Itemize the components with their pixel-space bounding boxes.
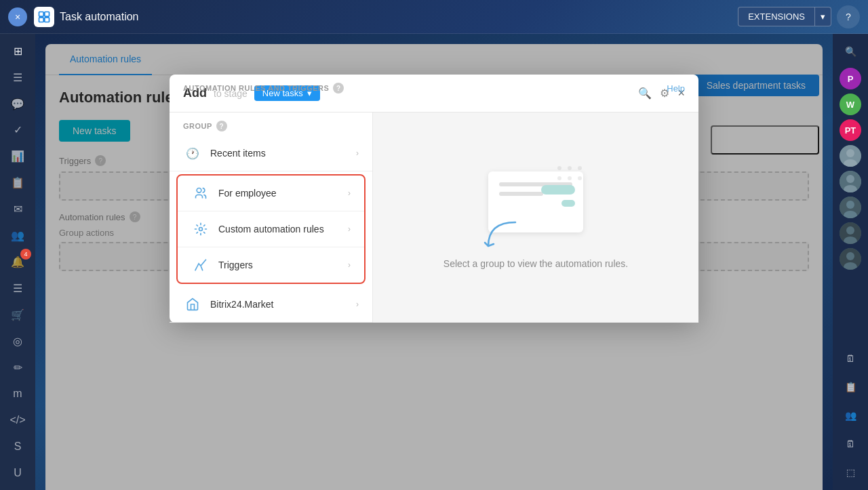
content-area: Automation rules Automation rules & New … (35, 34, 833, 490)
help-icon[interactable]: ? (837, 5, 860, 28)
sidebar-icon-u[interactable]: U (5, 461, 30, 485)
doc-line-2 (499, 192, 543, 196)
sidebar-bottom-icon-2[interactable]: 📋 (838, 375, 863, 399)
sidebar-notifications-wrap: 🔔 4 (5, 250, 30, 274)
main-layout: ⊞ ☰ 💬 ✓ 📊 📋 ✉ 👥 🔔 4 ☰ 🛒 ◎ ✏ m </> S U Au… (0, 34, 868, 490)
avatar-w[interactable]: W (840, 94, 861, 115)
modal-item-triggers[interactable]: Triggers › (178, 247, 364, 283)
modal: Add to stage New tasks ▾ 🔍 ⚙ × (170, 75, 698, 323)
avatar-p[interactable]: P (840, 68, 861, 89)
svg-point-7 (568, 166, 572, 170)
sidebar-bottom-icon[interactable]: 🗓 (838, 346, 863, 371)
svg-point-6 (557, 166, 561, 170)
decorative-dots (556, 165, 583, 192)
avatar-photo-2[interactable] (840, 171, 861, 192)
svg-point-11 (578, 176, 582, 180)
market-arrow-icon: › (356, 300, 359, 309)
custom-arrow-icon: › (348, 224, 351, 234)
app-title: Task automation (60, 11, 738, 23)
empty-illustration (475, 165, 597, 246)
svg-rect-2 (39, 17, 44, 22)
svg-point-19 (846, 201, 854, 209)
notification-badge: 4 (20, 249, 31, 260)
curved-arrow-svg (481, 219, 522, 253)
right-sidebar: 🔍 P W PT 🗓 📋 👥 🗓 ⬚ (833, 34, 868, 490)
left-sidebar: ⊞ ☰ 💬 ✓ 📊 📋 ✉ 👥 🔔 4 ☰ 🛒 ◎ ✏ m </> S U (0, 34, 35, 490)
empty-state: Select a group to view the automation ru… (416, 138, 655, 298)
svg-point-5 (199, 228, 203, 231)
modal-body: GROUP ? 🕐 Recent items › (170, 113, 698, 323)
sidebar-icon-cart[interactable]: 🛒 (5, 303, 30, 327)
modal-item-triggers-label: Triggers (218, 260, 348, 270)
employee-icon (191, 184, 210, 203)
sidebar-icon-s[interactable]: S (5, 434, 30, 458)
sidebar-icon-grid[interactable]: ⊞ (5, 39, 30, 63)
modal-item-market-label: Bitrix24.Market (210, 299, 356, 310)
sidebar-icon-target[interactable]: ◎ (5, 329, 30, 353)
svg-point-25 (846, 252, 854, 260)
recent-arrow-icon: › (356, 148, 359, 158)
empty-state-text: Select a group to view the automation ru… (443, 257, 628, 271)
avatar-pt[interactable]: PT (840, 119, 861, 141)
svg-point-4 (197, 188, 201, 193)
sidebar-icon-docs[interactable]: 📋 (5, 171, 30, 195)
triggers-icon (191, 256, 210, 274)
svg-rect-3 (45, 17, 50, 22)
sidebar-icon-charts[interactable]: 📊 (5, 144, 30, 168)
modal-item-recent[interactable]: 🕐 Recent items › (170, 136, 372, 171)
modal-left-panel: GROUP ? 🕐 Recent items › (170, 113, 373, 323)
svg-point-10 (568, 176, 572, 180)
modal-highlighted-group: For employee › Custom au (176, 174, 366, 284)
close-app-button[interactable]: × (8, 7, 27, 26)
sidebar-icon-pen[interactable]: ✏ (5, 356, 30, 380)
modal-item-market[interactable]: Bitrix24.Market › (170, 287, 372, 323)
topbar: × Task automation EXTENSIONS ▾ ? (0, 0, 868, 34)
modal-item-custom-label: Custom automation rules (218, 224, 348, 234)
sidebar-icon-mail[interactable]: ✉ (5, 197, 30, 221)
svg-rect-0 (39, 12, 44, 16)
recent-icon: 🕐 (183, 144, 202, 163)
app-icon (34, 7, 54, 27)
avatar-photo-1[interactable] (840, 145, 861, 167)
sidebar-bottom-icon-3[interactable]: 👥 (838, 403, 863, 428)
modal-right-panel: AUTOMATION RULES AND TRIGGERS ? Help (373, 113, 698, 323)
modal-group-label: GROUP ? (170, 113, 372, 136)
sidebar-icon-chat[interactable]: 💬 (5, 92, 30, 116)
sidebar-icon-users[interactable]: 👥 (5, 224, 30, 247)
sidebar-bottom-icon-4[interactable]: 🗓 (838, 432, 863, 456)
employee-arrow-icon: › (348, 188, 351, 198)
sidebar-search-icon[interactable]: 🔍 (838, 39, 863, 64)
modal-item-recent-label: Recent items (210, 148, 356, 159)
extensions-arrow-button[interactable]: ▾ (815, 7, 831, 26)
sidebar-icon-m[interactable]: m (5, 382, 30, 406)
extensions-button[interactable]: EXTENSIONS (738, 7, 815, 26)
triggers-arrow-icon: › (348, 260, 351, 270)
custom-icon (191, 220, 210, 239)
sidebar-icon-filter[interactable]: ☰ (5, 277, 30, 301)
modal-item-custom[interactable]: Custom automation rules › (178, 211, 364, 247)
svg-point-22 (846, 226, 854, 234)
sidebar-icon-code[interactable]: </> (5, 409, 30, 432)
avatar-photo-4[interactable] (840, 222, 861, 244)
svg-rect-1 (45, 12, 50, 16)
market-icon (183, 295, 202, 314)
sidebar-icon-tasks[interactable]: ✓ (5, 118, 30, 142)
avatar-photo-5[interactable] (840, 248, 861, 270)
modal-item-employee-label: For employee (218, 188, 348, 199)
sidebar-bottom-icon-5[interactable]: ⬚ (838, 460, 863, 485)
group-help-icon[interactable]: ? (216, 121, 227, 131)
doc-button-2 (561, 200, 575, 207)
svg-point-8 (578, 166, 582, 170)
modal-overlay: Add to stage New tasks ▾ 🔍 ⚙ × (35, 34, 833, 490)
sidebar-icon-list[interactable]: ☰ (5, 66, 30, 89)
svg-point-16 (846, 175, 854, 183)
svg-point-13 (846, 149, 854, 157)
svg-point-9 (557, 176, 561, 180)
modal-item-employee[interactable]: For employee › (178, 176, 364, 211)
avatar-photo-3[interactable] (840, 197, 861, 218)
